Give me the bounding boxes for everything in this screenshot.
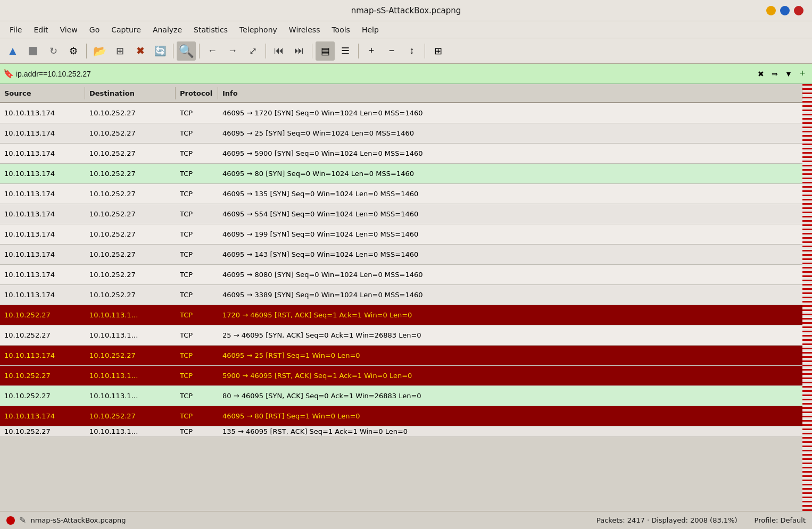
search-icon: 🔍	[178, 44, 194, 58]
close-file-button[interactable]: ✖	[130, 41, 150, 61]
zoom-normal-button[interactable]: ↕	[402, 41, 421, 61]
filter-arrow-button[interactable]: ⇒	[768, 68, 781, 80]
menu-capture[interactable]: Capture	[106, 23, 146, 36]
table-row[interactable]: 10.10.113.174 10.10.252.27 TCP 46095 → 8…	[0, 406, 802, 426]
table-row[interactable]: 10.10.113.174 10.10.252.27 TCP 46095 → 2…	[0, 123, 802, 144]
menu-help[interactable]: Help	[357, 23, 384, 36]
menu-statistics[interactable]: Statistics	[188, 23, 233, 36]
separator-5	[312, 44, 312, 58]
menu-analyze[interactable]: Analyze	[147, 23, 187, 36]
cell-info: 46095 → 1720 [SYN] Seq=0 Win=1024 Len=0 …	[218, 108, 802, 118]
cell-proto: TCP	[176, 249, 218, 259]
cell-info: 46095 → 25 [RST] Seq=1 Win=0 Len=0	[218, 350, 802, 360]
filter-input[interactable]	[16, 70, 752, 78]
filter-bar: 🔖 ✖ ⇒ ▼ +	[0, 64, 812, 84]
stop-capture-button[interactable]	[23, 41, 43, 61]
cell-info: 46095 → 135 [SYN] Seq=0 Win=1024 Len=0 M…	[218, 189, 802, 199]
filter-clear-button[interactable]: ✖	[755, 68, 767, 80]
table-row[interactable]: 10.10.113.174 10.10.252.27 TCP 46095 → 1…	[0, 184, 802, 204]
table-row[interactable]: 10.10.252.27 10.10.113.1… TCP 1720 → 460…	[0, 305, 802, 325]
search-button[interactable]: 🔍	[177, 41, 196, 61]
table-row[interactable]: 10.10.113.174 10.10.252.27 TCP 46095 → 2…	[0, 346, 802, 366]
scrollbar-track[interactable]	[802, 84, 812, 511]
nav-forward-icon: →	[228, 45, 237, 56]
bookmark-icon: 🔖	[3, 69, 14, 79]
first-packet-button[interactable]: ⏮	[269, 41, 288, 61]
save-button[interactable]: ⊞	[110, 41, 129, 61]
cell-source: 10.10.113.174	[0, 189, 85, 199]
window-controls	[766, 6, 803, 15]
last-packet-button[interactable]: ⏭	[289, 41, 309, 61]
table-row[interactable]: 10.10.252.27 10.10.113.1… TCP 135 → 4609…	[0, 426, 802, 437]
table-row[interactable]: 10.10.113.174 10.10.252.27 TCP 46095 → 1…	[0, 224, 802, 245]
cell-dest: 10.10.252.27	[85, 270, 176, 280]
nav-back-button[interactable]: ←	[203, 41, 222, 61]
table-row[interactable]: 10.10.113.174 10.10.252.27 TCP 46095 → 1…	[0, 103, 802, 123]
cell-source: 10.10.252.27	[0, 391, 85, 401]
reload-file-button[interactable]: 🔄	[151, 41, 170, 61]
cell-source: 10.10.113.174	[0, 249, 85, 259]
settings-button[interactable]: ⚙	[64, 41, 83, 61]
reload-button[interactable]: ↻	[44, 41, 63, 61]
cell-proto: TCP	[176, 391, 218, 401]
cell-source: 10.10.252.27	[0, 426, 85, 436]
header-info[interactable]: Info	[218, 87, 802, 99]
menu-go[interactable]: Go	[84, 23, 105, 36]
shark-icon: ▲	[7, 44, 19, 58]
resize-columns-button[interactable]: ⊞	[428, 41, 448, 61]
table-header: Source Destination Protocol Info	[0, 84, 802, 103]
nav-jump-icon: ⤢	[249, 45, 257, 57]
cell-dest: 10.10.252.27	[85, 108, 176, 118]
table-row[interactable]: 10.10.113.174 10.10.252.27 TCP 46095 → 1…	[0, 245, 802, 265]
header-destination[interactable]: Destination	[85, 87, 176, 99]
minimize-button[interactable]	[766, 6, 776, 15]
cell-proto: TCP	[176, 426, 218, 436]
cell-info: 46095 → 80 [RST] Seq=1 Win=0 Len=0	[218, 411, 802, 421]
table-row[interactable]: 10.10.252.27 10.10.113.1… TCP 25 → 46095…	[0, 325, 802, 346]
header-protocol[interactable]: Protocol	[176, 87, 218, 99]
cell-dest: 10.10.113.1…	[85, 371, 176, 381]
zoom-out-button[interactable]: −	[382, 41, 401, 61]
table-row[interactable]: 10.10.252.27 10.10.113.1… TCP 5900 → 460…	[0, 366, 802, 386]
table-row[interactable]: 10.10.113.174 10.10.252.27 TCP 46095 → 3…	[0, 285, 802, 305]
cell-proto: TCP	[176, 290, 218, 300]
cell-info: 46095 → 554 [SYN] Seq=0 Win=1024 Len=0 M…	[218, 209, 802, 219]
close-button[interactable]	[794, 6, 803, 15]
menu-edit[interactable]: Edit	[28, 23, 53, 36]
header-source[interactable]: Source	[0, 87, 85, 99]
folder-open-icon: 📂	[93, 45, 106, 57]
scrollbar-area[interactable]	[802, 84, 812, 511]
maximize-button[interactable]	[780, 6, 790, 15]
first-packet-icon: ⏮	[274, 45, 284, 56]
cell-proto: TCP	[176, 169, 218, 179]
nav-forward-button[interactable]: →	[223, 41, 242, 61]
cell-info: 46095 → 143 [SYN] Seq=0 Win=1024 Len=0 M…	[218, 249, 802, 259]
menu-view[interactable]: View	[55, 23, 83, 36]
autoscroll-button[interactable]: ☰	[336, 41, 355, 61]
table-row[interactable]: 10.10.113.174 10.10.252.27 TCP 46095 → 8…	[0, 164, 802, 184]
open-file-button[interactable]: 📂	[90, 41, 109, 61]
cell-info: 1720 → 46095 [RST, ACK] Seq=1 Ack=1 Win=…	[218, 310, 802, 320]
cell-proto: TCP	[176, 189, 218, 199]
nav-back-icon: ←	[208, 45, 217, 56]
menu-telephony[interactable]: Telephony	[234, 23, 283, 36]
zoom-in-button[interactable]: +	[362, 41, 381, 61]
table-row[interactable]: 10.10.113.174 10.10.252.27 TCP 46095 → 5…	[0, 144, 802, 164]
menu-wireless[interactable]: Wireless	[284, 23, 326, 36]
cell-proto: TCP	[176, 270, 218, 280]
menu-file[interactable]: File	[4, 23, 27, 36]
filter-dropdown-button[interactable]: ▼	[782, 68, 795, 80]
cell-dest: 10.10.252.27	[85, 128, 176, 138]
table-row[interactable]: 10.10.113.174 10.10.252.27 TCP 46095 → 5…	[0, 204, 802, 224]
table-row[interactable]: 10.10.113.174 10.10.252.27 TCP 46095 → 8…	[0, 265, 802, 285]
colorize-button[interactable]: ▤	[316, 41, 335, 61]
menu-tools[interactable]: Tools	[326, 23, 355, 36]
cell-dest: 10.10.252.27	[85, 148, 176, 158]
status-bar: ✎ nmap-sS-AttackBox.pcapng Packets: 2417…	[0, 511, 812, 529]
table-row[interactable]: 10.10.252.27 10.10.113.1… TCP 80 → 46095…	[0, 386, 802, 406]
shark-icon-button[interactable]: ▲	[3, 41, 22, 61]
nav-jump-button[interactable]: ⤢	[243, 41, 262, 61]
status-profile: Profile: Default	[755, 516, 806, 524]
cell-source: 10.10.113.174	[0, 148, 85, 158]
filter-add-button[interactable]: +	[796, 68, 809, 80]
